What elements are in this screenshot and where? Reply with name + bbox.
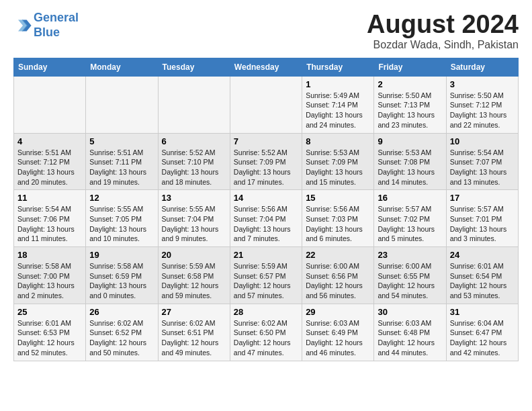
calendar-cell: 20Sunrise: 5:59 AM Sunset: 6:58 PM Dayli…: [158, 247, 230, 304]
calendar-cell: 22Sunrise: 6:00 AM Sunset: 6:56 PM Dayli…: [302, 247, 374, 304]
calendar-cell: 26Sunrise: 6:02 AM Sunset: 6:52 PM Dayli…: [86, 304, 158, 361]
header-row: SundayMondayTuesdayWednesdayThursdayFrid…: [14, 58, 519, 76]
title-block: August 2024 Bozdar Wada, Sindh, Pakistan: [367, 11, 519, 51]
day-number: 31: [450, 307, 515, 317]
day-info: Sunrise: 5:49 AM Sunset: 7:14 PM Dayligh…: [306, 91, 370, 130]
calendar-cell: 17Sunrise: 5:57 AM Sunset: 7:01 PM Dayli…: [446, 190, 518, 247]
day-info: Sunrise: 6:02 AM Sunset: 6:51 PM Dayligh…: [162, 318, 226, 358]
day-info: Sunrise: 5:56 AM Sunset: 7:04 PM Dayligh…: [234, 204, 298, 244]
day-info: Sunrise: 6:00 AM Sunset: 6:55 PM Dayligh…: [378, 261, 442, 301]
calendar-cell: [14, 76, 86, 133]
day-info: Sunrise: 5:52 AM Sunset: 7:09 PM Dayligh…: [234, 148, 298, 187]
day-number: 8: [306, 136, 370, 146]
calendar-cell: [86, 76, 158, 133]
calendar-cell: 10Sunrise: 5:54 AM Sunset: 7:07 PM Dayli…: [446, 133, 518, 190]
day-info: Sunrise: 6:01 AM Sunset: 6:54 PM Dayligh…: [450, 261, 515, 301]
calendar-cell: 9Sunrise: 5:53 AM Sunset: 7:08 PM Daylig…: [374, 133, 446, 190]
day-number: 20: [162, 250, 226, 260]
day-info: Sunrise: 5:57 AM Sunset: 7:01 PM Dayligh…: [450, 204, 515, 244]
day-number: 26: [89, 307, 154, 317]
day-info: Sunrise: 5:56 AM Sunset: 7:03 PM Dayligh…: [306, 204, 370, 244]
day-number: 17: [450, 193, 515, 203]
calendar-cell: 27Sunrise: 6:02 AM Sunset: 6:51 PM Dayli…: [158, 304, 230, 361]
day-number: 30: [378, 307, 442, 317]
calendar-cell: 14Sunrise: 5:56 AM Sunset: 7:04 PM Dayli…: [230, 190, 302, 247]
day-header-tuesday: Tuesday: [158, 58, 230, 76]
day-info: Sunrise: 5:50 AM Sunset: 7:13 PM Dayligh…: [378, 91, 442, 130]
day-info: Sunrise: 5:51 AM Sunset: 7:11 PM Dayligh…: [89, 148, 154, 187]
day-number: 23: [378, 250, 442, 260]
day-info: Sunrise: 5:55 AM Sunset: 7:04 PM Dayligh…: [162, 204, 226, 244]
day-info: Sunrise: 5:53 AM Sunset: 7:08 PM Dayligh…: [378, 148, 442, 187]
page-header: General Blue August 2024 Bozdar Wada, Si…: [13, 11, 519, 51]
calendar-cell: 12Sunrise: 5:55 AM Sunset: 7:05 PM Dayli…: [86, 190, 158, 247]
calendar-cell: 5Sunrise: 5:51 AM Sunset: 7:11 PM Daylig…: [86, 133, 158, 190]
day-number: 5: [89, 136, 154, 146]
week-row-1: 1Sunrise: 5:49 AM Sunset: 7:14 PM Daylig…: [14, 76, 519, 133]
logo-icon: [13, 16, 32, 35]
day-number: 18: [17, 250, 82, 260]
location-title: Bozdar Wada, Sindh, Pakistan: [367, 39, 519, 51]
day-info: Sunrise: 6:00 AM Sunset: 6:56 PM Dayligh…: [306, 261, 370, 301]
calendar-cell: 18Sunrise: 5:58 AM Sunset: 7:00 PM Dayli…: [14, 247, 86, 304]
day-number: 12: [89, 193, 154, 203]
day-number: 14: [234, 193, 298, 203]
calendar-cell: 13Sunrise: 5:55 AM Sunset: 7:04 PM Dayli…: [158, 190, 230, 247]
day-info: Sunrise: 6:04 AM Sunset: 6:47 PM Dayligh…: [450, 318, 515, 358]
calendar-cell: 7Sunrise: 5:52 AM Sunset: 7:09 PM Daylig…: [230, 133, 302, 190]
calendar-cell: 15Sunrise: 5:56 AM Sunset: 7:03 PM Dayli…: [302, 190, 374, 247]
day-info: Sunrise: 5:52 AM Sunset: 7:10 PM Dayligh…: [162, 148, 226, 187]
calendar-cell: 25Sunrise: 6:01 AM Sunset: 6:53 PM Dayli…: [14, 304, 86, 361]
calendar-cell: [158, 76, 230, 133]
calendar-cell: 28Sunrise: 6:02 AM Sunset: 6:50 PM Dayli…: [230, 304, 302, 361]
day-number: 25: [17, 307, 82, 317]
day-number: 2: [378, 79, 442, 89]
calendar-cell: 31Sunrise: 6:04 AM Sunset: 6:47 PM Dayli…: [446, 304, 518, 361]
day-number: 4: [17, 136, 82, 146]
month-title: August 2024: [367, 11, 519, 39]
calendar-cell: 3Sunrise: 5:50 AM Sunset: 7:12 PM Daylig…: [446, 76, 518, 133]
day-number: 11: [17, 193, 82, 203]
day-number: 27: [162, 307, 226, 317]
calendar-cell: 16Sunrise: 5:57 AM Sunset: 7:02 PM Dayli…: [374, 190, 446, 247]
week-row-4: 18Sunrise: 5:58 AM Sunset: 7:00 PM Dayli…: [14, 247, 519, 304]
week-row-2: 4Sunrise: 5:51 AM Sunset: 7:12 PM Daylig…: [14, 133, 519, 190]
day-number: 19: [89, 250, 154, 260]
day-info: Sunrise: 5:54 AM Sunset: 7:07 PM Dayligh…: [450, 148, 515, 187]
calendar-cell: 23Sunrise: 6:00 AM Sunset: 6:55 PM Dayli…: [374, 247, 446, 304]
day-info: Sunrise: 6:02 AM Sunset: 6:50 PM Dayligh…: [234, 318, 298, 358]
day-info: Sunrise: 6:01 AM Sunset: 6:53 PM Dayligh…: [17, 318, 82, 358]
day-info: Sunrise: 5:58 AM Sunset: 6:59 PM Dayligh…: [89, 261, 154, 301]
day-number: 7: [234, 136, 298, 146]
calendar-cell: 30Sunrise: 6:03 AM Sunset: 6:48 PM Dayli…: [374, 304, 446, 361]
calendar-cell: 1Sunrise: 5:49 AM Sunset: 7:14 PM Daylig…: [302, 76, 374, 133]
logo: General Blue: [13, 11, 79, 40]
day-number: 28: [234, 307, 298, 317]
calendar-cell: 6Sunrise: 5:52 AM Sunset: 7:10 PM Daylig…: [158, 133, 230, 190]
calendar-cell: 2Sunrise: 5:50 AM Sunset: 7:13 PM Daylig…: [374, 76, 446, 133]
week-row-5: 25Sunrise: 6:01 AM Sunset: 6:53 PM Dayli…: [14, 304, 519, 361]
calendar-cell: 8Sunrise: 5:53 AM Sunset: 7:09 PM Daylig…: [302, 133, 374, 190]
day-number: 15: [306, 193, 370, 203]
day-info: Sunrise: 6:03 AM Sunset: 6:49 PM Dayligh…: [306, 318, 370, 358]
day-number: 22: [306, 250, 370, 260]
day-info: Sunrise: 5:50 AM Sunset: 7:12 PM Dayligh…: [450, 91, 515, 130]
calendar-table: SundayMondayTuesdayWednesdayThursdayFrid…: [13, 58, 519, 361]
day-number: 10: [450, 136, 515, 146]
day-info: Sunrise: 6:03 AM Sunset: 6:48 PM Dayligh…: [378, 318, 442, 358]
day-info: Sunrise: 5:54 AM Sunset: 7:06 PM Dayligh…: [17, 204, 82, 244]
day-info: Sunrise: 6:02 AM Sunset: 6:52 PM Dayligh…: [89, 318, 154, 358]
day-info: Sunrise: 5:51 AM Sunset: 7:12 PM Dayligh…: [17, 148, 82, 187]
calendar-cell: 11Sunrise: 5:54 AM Sunset: 7:06 PM Dayli…: [14, 190, 86, 247]
day-header-thursday: Thursday: [302, 58, 374, 76]
day-number: 1: [306, 79, 370, 89]
calendar-cell: [230, 76, 302, 133]
calendar-cell: 19Sunrise: 5:58 AM Sunset: 6:59 PM Dayli…: [86, 247, 158, 304]
week-row-3: 11Sunrise: 5:54 AM Sunset: 7:06 PM Dayli…: [14, 190, 519, 247]
calendar-cell: 29Sunrise: 6:03 AM Sunset: 6:49 PM Dayli…: [302, 304, 374, 361]
day-header-monday: Monday: [86, 58, 158, 76]
logo-text: General Blue: [34, 11, 79, 40]
day-number: 6: [162, 136, 226, 146]
day-header-wednesday: Wednesday: [230, 58, 302, 76]
day-number: 3: [450, 79, 515, 89]
